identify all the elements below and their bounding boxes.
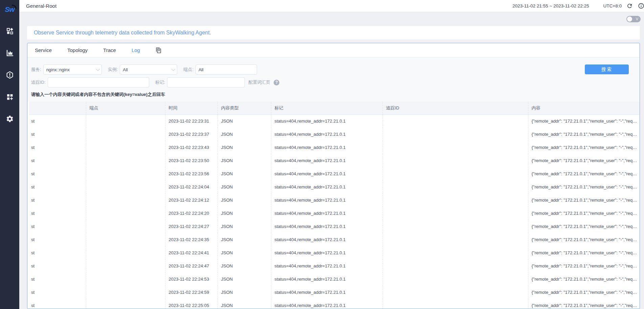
- cell-service: st: [29, 167, 86, 180]
- time-range-picker[interactable]: 2023-11-02 21:55 ~ 2023-11-02 22:25: [512, 3, 589, 8]
- instance-select[interactable]: All: [120, 65, 177, 75]
- tags-input[interactable]: [167, 77, 245, 87]
- cell-trace-id: [383, 207, 528, 220]
- cell-service: st: [29, 141, 86, 154]
- cell-service: st: [29, 114, 86, 128]
- col-content: 内容: [528, 102, 640, 114]
- cell-service: st: [29, 154, 86, 167]
- table-row[interactable]: st 2023-11-02 22:23:43 JSON status=404,r…: [29, 141, 640, 154]
- cell-time: 2023-11-02 22:23:50: [165, 154, 217, 167]
- table-row[interactable]: st 2023-11-02 22:24:59 JSON status=404,r…: [29, 286, 640, 299]
- cell-content-type: JSON: [217, 273, 271, 286]
- marketplace-grid-plus-icon: [6, 93, 14, 101]
- cell-tags: status=404,remote_addr=172.21.0.1: [271, 154, 383, 167]
- col-content-type: 内容类型: [217, 102, 271, 114]
- banner-card: Observe Service through telemetry data c…: [27, 26, 640, 40]
- tab-service[interactable]: Service: [35, 47, 52, 53]
- table-row[interactable]: st 2023-11-02 22:24:53 JSON status=404,r…: [29, 273, 640, 286]
- tab-topology[interactable]: Topology: [67, 47, 88, 53]
- cell-content-type: JSON: [217, 246, 271, 259]
- table-row[interactable]: st 2023-11-02 22:24:12 JSON status=404,r…: [29, 194, 640, 207]
- chart-icon: [6, 49, 14, 57]
- table-row[interactable]: st 2023-11-02 22:24:41 JSON status=404,r…: [29, 246, 640, 259]
- cell-trace-id: [383, 114, 528, 128]
- cell-tags: status=404,remote_addr=172.21.0.1: [271, 207, 383, 220]
- cell-content-type: JSON: [217, 233, 271, 246]
- alert-hexagon-icon: [6, 71, 14, 79]
- table-row[interactable]: st 2023-11-02 22:24:35 JSON status=404,r…: [29, 233, 640, 246]
- tab-log[interactable]: Log: [132, 47, 140, 53]
- table-header-row: 端点 时间 内容类型 标记 追踪ID 内容: [29, 102, 640, 114]
- table-row[interactable]: st 2023-11-02 22:24:27 JSON status=404,r…: [29, 220, 640, 233]
- config-vocabulary-link[interactable]: 配置词汇页: [248, 79, 270, 85]
- sidebar-item-settings[interactable]: [5, 114, 15, 124]
- cell-service: st: [29, 286, 86, 299]
- tab-bar: Service Topology Trace Log: [27, 43, 640, 57]
- cell-content-type: JSON: [217, 207, 271, 220]
- help-icon[interactable]: ?: [274, 80, 279, 85]
- timezone-label: UTC+8:0: [603, 3, 622, 8]
- settings-gear-icon: [6, 115, 14, 123]
- cell-time: 2023-11-02 22:23:31: [165, 114, 217, 128]
- service-label: 服务:: [31, 67, 41, 73]
- cell-time: 2023-11-02 22:24:12: [165, 194, 217, 207]
- service-select[interactable]: nginx::nginx: [43, 65, 102, 75]
- cell-endpoint: [86, 299, 165, 309]
- logo-swoosh: [12, 5, 17, 9]
- top-header: General-Root 2023-11-02 21:55 ~ 2023-11-…: [19, 0, 644, 12]
- table-row[interactable]: st 2023-11-02 22:23:37 JSON status=404,r…: [29, 128, 640, 141]
- col-trace-id: 追踪ID: [383, 102, 528, 114]
- cell-trace-id: [383, 154, 528, 167]
- table-row[interactable]: st 2023-11-02 22:23:50 JSON status=404,r…: [29, 154, 640, 167]
- trace-id-input[interactable]: [48, 77, 149, 87]
- cell-endpoint: [86, 246, 165, 259]
- cell-trace-id: [383, 233, 528, 246]
- copy-widget-icon[interactable]: [156, 47, 162, 53]
- cell-service: st: [29, 220, 86, 233]
- refresh-icon[interactable]: [626, 3, 633, 9]
- table-row[interactable]: st 2023-11-02 22:24:20 JSON status=404,r…: [29, 207, 640, 220]
- cell-service: st: [29, 233, 86, 246]
- cell-endpoint: [86, 128, 165, 141]
- cell-time: 2023-11-02 22:24:59: [165, 286, 217, 299]
- cell-trace-id: [383, 273, 528, 286]
- chevron-down-icon: [171, 67, 175, 71]
- cell-content-type: JSON: [217, 128, 271, 141]
- cell-content: {"remote_addr": "172.21.0.1","remote_use…: [528, 220, 640, 233]
- sidebar-item-dashboards[interactable]: [5, 26, 15, 36]
- cell-endpoint: [86, 114, 165, 128]
- sidebar-item-marketplace[interactable]: [5, 92, 15, 102]
- cell-trace-id: [383, 194, 528, 207]
- cell-tags: status=404,remote_addr=172.21.0.1: [271, 114, 383, 128]
- cell-time: 2023-11-02 22:24:35: [165, 233, 217, 246]
- info-icon[interactable]: [638, 3, 644, 9]
- cell-time: 2023-11-02 22:24:20: [165, 207, 217, 220]
- table-row[interactable]: st 2023-11-02 22:23:56 JSON status=404,r…: [29, 167, 640, 180]
- table-row[interactable]: st 2023-11-02 22:24:04 JSON status=404,r…: [29, 180, 640, 194]
- skywalking-logo[interactable]: Sw: [5, 3, 14, 16]
- cell-trace-id: [383, 167, 528, 180]
- chevron-down-icon: [96, 67, 99, 71]
- cell-endpoint: [86, 220, 165, 233]
- cell-time: 2023-11-02 22:24:04: [165, 180, 217, 194]
- cell-tags: status=404,remote_addr=172.21.0.1: [271, 128, 383, 141]
- cell-tags: status=404,remote_addr=172.21.0.1: [271, 299, 383, 309]
- endpoint-label: 端点:: [183, 67, 193, 73]
- search-button[interactable]: 搜索: [585, 65, 629, 74]
- table-row[interactable]: st 2023-11-02 22:23:31 JSON status=404,r…: [29, 114, 640, 128]
- log-table: 端点 时间 内容类型 标记 追踪ID 内容 st 2023-11-02 22:2…: [29, 102, 640, 309]
- version-toggle[interactable]: V: [626, 16, 641, 22]
- col-endpoint: 端点: [86, 102, 165, 114]
- tab-trace[interactable]: Trace: [103, 47, 116, 53]
- table-row[interactable]: st 2023-11-02 22:24:47 JSON status=404,r…: [29, 259, 640, 273]
- log-widget-card: Service Topology Trace Log 服务: nginx::ng…: [27, 43, 640, 309]
- cell-time: 2023-11-02 22:25:05: [165, 299, 217, 309]
- sidebar-item-metrics[interactable]: [5, 48, 15, 58]
- table-row[interactable]: st 2023-11-02 22:25:05 JSON status=404,r…: [29, 299, 640, 309]
- dashboard-toolstrip: V: [19, 12, 644, 26]
- log-table-container[interactable]: 端点 时间 内容类型 标记 追踪ID 内容 st 2023-11-02 22:2…: [27, 102, 640, 309]
- cell-tags: status=404,remote_addr=172.21.0.1: [271, 259, 383, 273]
- cell-content: {"remote_addr": "172.21.0.1","remote_use…: [528, 154, 640, 167]
- endpoint-input[interactable]: All: [196, 65, 257, 75]
- sidebar-item-alerting[interactable]: [5, 70, 15, 80]
